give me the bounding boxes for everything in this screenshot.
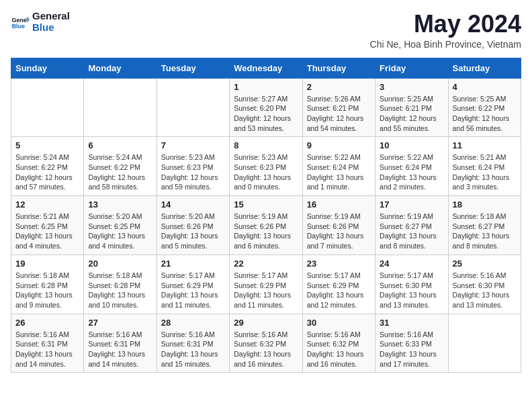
day-info: Sunrise: 5:24 AM Sunset: 6:22 PM Dayligh…	[88, 152, 152, 192]
logo-general: General	[32, 11, 70, 22]
calendar-week-row: 26Sunrise: 5:16 AM Sunset: 6:31 PM Dayli…	[11, 314, 521, 373]
calendar-day-29: 29Sunrise: 5:16 AM Sunset: 6:32 PM Dayli…	[230, 314, 302, 373]
day-number: 4	[453, 82, 517, 92]
calendar-day-17: 17Sunrise: 5:19 AM Sunset: 6:27 PM Dayli…	[375, 196, 448, 255]
calendar-empty-cell	[11, 78, 84, 137]
day-number: 14	[161, 199, 225, 210]
calendar-day-6: 6Sunrise: 5:24 AM Sunset: 6:22 PM Daylig…	[84, 137, 157, 196]
weekday-header-thursday: Thursday	[302, 58, 375, 78]
location-subtitle: Chi Ne, Hoa Binh Province, Vietnam	[370, 39, 521, 50]
day-info: Sunrise: 5:25 AM Sunset: 6:21 PM Dayligh…	[380, 94, 443, 134]
day-info: Sunrise: 5:22 AM Sunset: 6:24 PM Dayligh…	[380, 152, 443, 192]
day-number: 5	[15, 140, 79, 150]
calendar-day-20: 20Sunrise: 5:18 AM Sunset: 6:28 PM Dayli…	[84, 255, 157, 314]
day-number: 11	[453, 140, 517, 150]
day-info: Sunrise: 5:19 AM Sunset: 6:27 PM Dayligh…	[380, 212, 443, 251]
day-info: Sunrise: 5:26 AM Sunset: 6:21 PM Dayligh…	[307, 94, 371, 134]
page-header: General Blue General Blue May 2024 Chi N…	[11, 11, 521, 50]
calendar-day-19: 19Sunrise: 5:18 AM Sunset: 6:28 PM Dayli…	[11, 255, 84, 314]
calendar-empty-cell	[84, 78, 157, 137]
calendar-day-28: 28Sunrise: 5:16 AM Sunset: 6:31 PM Dayli…	[157, 314, 229, 373]
weekday-header-friday: Friday	[375, 58, 448, 78]
day-number: 17	[380, 199, 443, 210]
calendar-day-31: 31Sunrise: 5:16 AM Sunset: 6:33 PM Dayli…	[375, 314, 448, 373]
calendar-day-23: 23Sunrise: 5:17 AM Sunset: 6:29 PM Dayli…	[302, 255, 375, 314]
calendar-body: 1Sunrise: 5:27 AM Sunset: 6:20 PM Daylig…	[11, 78, 521, 373]
day-number: 10	[380, 140, 443, 150]
day-info: Sunrise: 5:19 AM Sunset: 6:26 PM Dayligh…	[307, 212, 371, 251]
calendar-day-4: 4Sunrise: 5:25 AM Sunset: 6:22 PM Daylig…	[448, 78, 521, 137]
title-area: May 2024 Chi Ne, Hoa Binh Province, Viet…	[370, 11, 521, 50]
day-info: Sunrise: 5:27 AM Sunset: 6:20 PM Dayligh…	[234, 94, 298, 134]
calendar-day-12: 12Sunrise: 5:21 AM Sunset: 6:25 PM Dayli…	[11, 196, 84, 255]
calendar-week-row: 19Sunrise: 5:18 AM Sunset: 6:28 PM Dayli…	[11, 255, 521, 314]
day-info: Sunrise: 5:16 AM Sunset: 6:32 PM Dayligh…	[234, 330, 298, 369]
logo-blue: Blue	[32, 22, 70, 34]
calendar-day-22: 22Sunrise: 5:17 AM Sunset: 6:29 PM Dayli…	[230, 255, 302, 314]
day-number: 31	[380, 318, 443, 328]
calendar-day-15: 15Sunrise: 5:19 AM Sunset: 6:26 PM Dayli…	[230, 196, 302, 255]
calendar-day-2: 2Sunrise: 5:26 AM Sunset: 6:21 PM Daylig…	[302, 78, 375, 137]
calendar-day-21: 21Sunrise: 5:17 AM Sunset: 6:29 PM Dayli…	[157, 255, 229, 314]
calendar-day-7: 7Sunrise: 5:23 AM Sunset: 6:23 PM Daylig…	[157, 137, 229, 196]
calendar-day-5: 5Sunrise: 5:24 AM Sunset: 6:22 PM Daylig…	[11, 137, 84, 196]
day-number: 18	[453, 199, 517, 210]
calendar-day-3: 3Sunrise: 5:25 AM Sunset: 6:21 PM Daylig…	[375, 78, 448, 137]
logo: General Blue General Blue	[11, 11, 70, 33]
calendar-day-14: 14Sunrise: 5:20 AM Sunset: 6:26 PM Dayli…	[157, 196, 229, 255]
calendar-week-row: 12Sunrise: 5:21 AM Sunset: 6:25 PM Dayli…	[11, 196, 521, 255]
calendar-day-30: 30Sunrise: 5:16 AM Sunset: 6:32 PM Dayli…	[302, 314, 375, 373]
day-info: Sunrise: 5:19 AM Sunset: 6:26 PM Dayligh…	[234, 212, 298, 251]
day-info: Sunrise: 5:18 AM Sunset: 6:27 PM Dayligh…	[453, 212, 517, 251]
logo-icon: General Blue	[11, 13, 30, 32]
calendar-day-16: 16Sunrise: 5:19 AM Sunset: 6:26 PM Dayli…	[302, 196, 375, 255]
calendar-week-row: 5Sunrise: 5:24 AM Sunset: 6:22 PM Daylig…	[11, 137, 521, 196]
day-info: Sunrise: 5:17 AM Sunset: 6:29 PM Dayligh…	[161, 271, 225, 310]
calendar-header: SundayMondayTuesdayWednesdayThursdayFrid…	[11, 58, 521, 78]
calendar-table: SundayMondayTuesdayWednesdayThursdayFrid…	[11, 58, 521, 373]
calendar-day-25: 25Sunrise: 5:16 AM Sunset: 6:30 PM Dayli…	[448, 255, 521, 314]
calendar-day-13: 13Sunrise: 5:20 AM Sunset: 6:25 PM Dayli…	[84, 196, 157, 255]
day-info: Sunrise: 5:24 AM Sunset: 6:22 PM Dayligh…	[15, 152, 79, 192]
day-number: 21	[161, 259, 225, 269]
weekday-header-saturday: Saturday	[448, 58, 521, 78]
day-info: Sunrise: 5:17 AM Sunset: 6:30 PM Dayligh…	[380, 271, 443, 310]
day-number: 26	[15, 318, 79, 328]
weekday-header-wednesday: Wednesday	[230, 58, 302, 78]
calendar-day-8: 8Sunrise: 5:23 AM Sunset: 6:23 PM Daylig…	[230, 137, 302, 196]
day-info: Sunrise: 5:25 AM Sunset: 6:22 PM Dayligh…	[453, 94, 517, 134]
day-number: 16	[307, 199, 371, 210]
day-info: Sunrise: 5:22 AM Sunset: 6:24 PM Dayligh…	[307, 152, 371, 192]
day-info: Sunrise: 5:18 AM Sunset: 6:28 PM Dayligh…	[15, 271, 79, 310]
day-number: 6	[88, 140, 152, 150]
day-number: 20	[88, 259, 152, 269]
day-number: 12	[15, 199, 79, 210]
calendar-day-1: 1Sunrise: 5:27 AM Sunset: 6:20 PM Daylig…	[230, 78, 302, 137]
day-number: 2	[307, 82, 371, 92]
day-number: 8	[234, 140, 298, 150]
weekday-header-row: SundayMondayTuesdayWednesdayThursdayFrid…	[11, 58, 521, 78]
day-number: 23	[307, 259, 371, 269]
day-number: 22	[234, 259, 298, 269]
day-info: Sunrise: 5:20 AM Sunset: 6:25 PM Dayligh…	[88, 212, 152, 251]
day-info: Sunrise: 5:16 AM Sunset: 6:31 PM Dayligh…	[15, 330, 79, 369]
calendar-empty-cell	[448, 314, 521, 373]
day-info: Sunrise: 5:17 AM Sunset: 6:29 PM Dayligh…	[307, 271, 371, 310]
weekday-header-sunday: Sunday	[11, 58, 84, 78]
day-info: Sunrise: 5:20 AM Sunset: 6:26 PM Dayligh…	[161, 212, 225, 251]
day-number: 7	[161, 140, 225, 150]
day-info: Sunrise: 5:16 AM Sunset: 6:33 PM Dayligh…	[380, 330, 443, 369]
day-info: Sunrise: 5:21 AM Sunset: 6:24 PM Dayligh…	[453, 152, 517, 192]
day-number: 3	[380, 82, 443, 92]
calendar-day-26: 26Sunrise: 5:16 AM Sunset: 6:31 PM Dayli…	[11, 314, 84, 373]
calendar-day-10: 10Sunrise: 5:22 AM Sunset: 6:24 PM Dayli…	[375, 137, 448, 196]
day-info: Sunrise: 5:16 AM Sunset: 6:30 PM Dayligh…	[453, 271, 517, 310]
day-info: Sunrise: 5:21 AM Sunset: 6:25 PM Dayligh…	[15, 212, 79, 251]
month-title: May 2024	[370, 11, 521, 38]
day-number: 29	[234, 318, 298, 328]
day-number: 15	[234, 199, 298, 210]
day-number: 24	[380, 259, 443, 269]
calendar-day-11: 11Sunrise: 5:21 AM Sunset: 6:24 PM Dayli…	[448, 137, 521, 196]
day-number: 27	[88, 318, 152, 328]
day-info: Sunrise: 5:17 AM Sunset: 6:29 PM Dayligh…	[234, 271, 298, 310]
